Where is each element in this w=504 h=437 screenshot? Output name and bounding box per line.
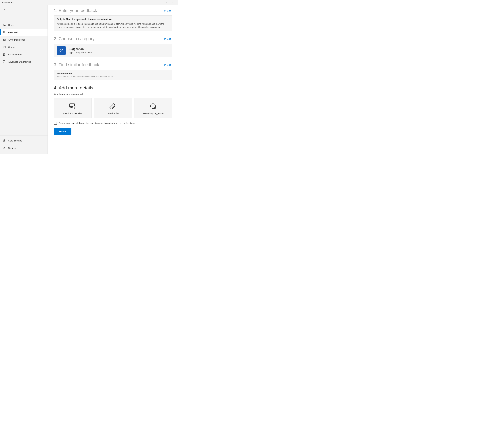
- similar-box: New feedback Select this option if there…: [54, 70, 172, 80]
- back-button[interactable]: ←: [1, 13, 8, 19]
- sidebar-item-feedback-label: Feedback: [8, 31, 19, 34]
- svg-rect-1: [3, 39, 5, 40]
- minimize-button[interactable]: ─: [155, 0, 162, 5]
- home-icon: [3, 23, 6, 27]
- titlebar: Feedback Hub ─ □ ✕: [0, 0, 178, 5]
- user-profile-item[interactable]: Cora Thomas: [0, 137, 48, 144]
- svg-point-17: [154, 108, 155, 109]
- feedback-title: Snip & Sketch app should have a zoom fea…: [57, 18, 169, 21]
- edit-icon: [164, 9, 166, 12]
- sidebar: ≡ ← Home: [0, 5, 48, 154]
- back-icon: ←: [3, 14, 6, 17]
- main-content: 1. Enter your feedback Edit Snip & Sketc…: [48, 5, 178, 154]
- step2-title: 2. Choose a category: [54, 36, 95, 41]
- step3-section: 3. Find similar feedback Edit New feedba…: [54, 62, 172, 80]
- sidebar-item-home-label: Home: [8, 24, 14, 26]
- category-sub: Apps > Snip and Sketch: [69, 51, 92, 54]
- record-suggestion-card[interactable]: Record my suggestion: [134, 98, 172, 118]
- diagnostics-checkbox[interactable]: [54, 122, 57, 125]
- user-icon: [3, 139, 6, 142]
- step4-section: 4. Add more details Attachments (recomme…: [54, 85, 172, 135]
- user-name: Cora Thomas: [8, 139, 22, 142]
- attach-file-label: Attach a file: [107, 112, 118, 115]
- sidebar-top: ≡ ←: [0, 5, 48, 20]
- svg-point-3: [3, 53, 5, 55]
- sidebar-item-home[interactable]: Home: [0, 21, 48, 29]
- svg-point-5: [3, 139, 5, 141]
- record-suggestion-label: Record my suggestion: [143, 112, 164, 115]
- app-title: Feedback Hub: [2, 1, 155, 4]
- sidebar-item-achievements-label: Achievements: [8, 53, 22, 56]
- close-button[interactable]: ✕: [169, 0, 176, 5]
- edit-icon-3: [164, 64, 166, 66]
- sidebar-item-quests-label: Quests: [8, 46, 15, 48]
- record-icon: [150, 103, 157, 110]
- announcements-icon: [3, 38, 6, 41]
- window-controls: ─ □ ✕: [155, 0, 176, 5]
- sidebar-item-achievements[interactable]: Achievements: [0, 51, 48, 58]
- achievements-icon: [3, 53, 6, 56]
- quests-icon: [3, 45, 6, 49]
- hamburger-icon: ≡: [4, 8, 5, 11]
- sidebar-item-diagnostics[interactable]: Advanced Diagnostics: [0, 58, 48, 65]
- similar-sub: Select this option if there isn't any fe…: [57, 76, 169, 78]
- svg-point-8: [62, 50, 62, 51]
- sidebar-item-settings[interactable]: Settings: [0, 144, 48, 152]
- svg-point-0: [3, 31, 5, 33]
- sidebar-item-feedback[interactable]: Feedback: [0, 29, 48, 36]
- step2-header: 2. Choose a category Edit: [54, 36, 172, 41]
- step4-title: 4. Add more details: [54, 85, 93, 90]
- paperclip-svg: [109, 103, 117, 110]
- feedback-icon: [3, 31, 6, 34]
- feedback-body: You should be able to zoom in on an imag…: [57, 22, 169, 29]
- step1-header: 1. Enter your feedback Edit: [54, 8, 172, 13]
- svg-rect-7: [59, 48, 64, 53]
- step1-section: 1. Enter your feedback Edit Snip & Sketc…: [54, 8, 172, 31]
- attach-file-card[interactable]: Attach a file: [94, 98, 132, 118]
- attach-file-icon: [109, 103, 117, 110]
- similar-title: New feedback: [57, 72, 169, 75]
- sidebar-bottom: Cora Thomas Settings: [0, 136, 48, 153]
- step4-header: 4. Add more details: [54, 85, 172, 90]
- attachment-cards: Attach a screenshot Attach a file: [54, 98, 172, 118]
- svg-rect-14: [73, 107, 74, 107]
- svg-point-13: [74, 108, 75, 108]
- attachments-label: Attachments (recommended): [54, 93, 172, 96]
- step3-header: 3. Find similar feedback Edit: [54, 62, 172, 67]
- settings-icon: [3, 146, 6, 149]
- submit-button[interactable]: Submit: [54, 128, 72, 135]
- feedback-box: Snip & Sketch app should have a zoom fea…: [54, 15, 172, 31]
- svg-point-6: [4, 148, 5, 148]
- checkbox-label: Save a local copy of diagnostics and att…: [59, 122, 135, 124]
- sidebar-item-announcements[interactable]: Announcements: [0, 36, 48, 43]
- maximize-button[interactable]: □: [162, 0, 169, 5]
- record-svg: [150, 103, 157, 110]
- step1-edit-button[interactable]: Edit: [162, 9, 172, 12]
- app-layout: ≡ ← Home: [0, 5, 178, 154]
- category-type: Suggestion: [69, 48, 92, 51]
- step1-title: 1. Enter your feedback: [54, 8, 97, 13]
- step2-edit-button[interactable]: Edit: [162, 37, 172, 41]
- snip-sketch-icon: [59, 48, 64, 53]
- screenshot-icon: [69, 103, 76, 110]
- sidebar-item-announcements-label: Announcements: [8, 39, 25, 41]
- hamburger-menu-button[interactable]: ≡: [1, 7, 8, 13]
- attach-screenshot-label: Attach a screenshot: [63, 112, 82, 115]
- category-box: Suggestion Apps > Snip and Sketch: [54, 44, 172, 57]
- screenshot-svg: [69, 103, 76, 110]
- attach-screenshot-card[interactable]: Attach a screenshot: [54, 98, 92, 118]
- sidebar-nav: Home Feedback: [0, 20, 48, 136]
- sidebar-item-quests[interactable]: Quests: [0, 43, 48, 51]
- step3-title: 3. Find similar feedback: [54, 62, 99, 67]
- settings-label: Settings: [8, 147, 16, 149]
- step2-section: 2. Choose a category Edit: [54, 36, 172, 57]
- edit-icon-2: [164, 38, 166, 40]
- step3-edit-button[interactable]: Edit: [162, 63, 172, 67]
- svg-rect-2: [3, 46, 5, 48]
- sidebar-item-diagnostics-label: Advanced Diagnostics: [8, 60, 31, 63]
- diagnostics-icon: [3, 60, 6, 63]
- checkbox-row: Save a local copy of diagnostics and att…: [54, 122, 172, 125]
- category-info: Suggestion Apps > Snip and Sketch: [69, 48, 92, 54]
- category-app-icon: [57, 46, 66, 55]
